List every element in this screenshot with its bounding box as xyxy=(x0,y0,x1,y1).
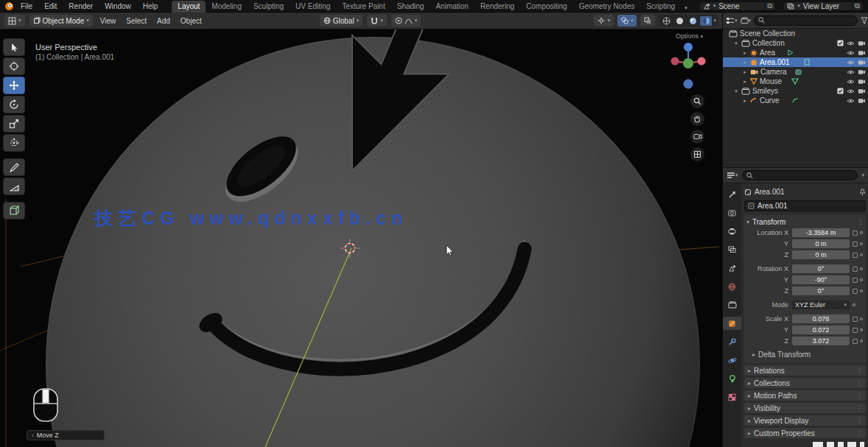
section-motion-paths[interactable]: ▸Motion Paths⋮ xyxy=(744,390,866,401)
mode-selector[interactable]: Object Mode ▾ xyxy=(29,15,93,27)
zoom-button[interactable] xyxy=(690,94,704,108)
menu-help[interactable]: Help xyxy=(138,1,164,11)
scene-selector[interactable]: ▾ Scene ⧉ xyxy=(699,1,777,11)
tab-output[interactable] xyxy=(723,225,741,238)
menu-add[interactable]: Add xyxy=(154,17,173,25)
properties-editor-type-button[interactable]: ▾ xyxy=(727,172,738,179)
perspective-toggle-button[interactable] xyxy=(690,147,704,161)
eye-icon[interactable] xyxy=(847,69,855,75)
show-gizmo-toggle[interactable]: ▾ xyxy=(594,15,614,27)
tab-collection[interactable] xyxy=(723,298,741,312)
transform-orientation-selector[interactable]: Global ▾ xyxy=(320,15,363,27)
decorator-icon[interactable] xyxy=(853,328,858,333)
proportional-editing-toggle[interactable]: ▾ xyxy=(391,15,421,27)
outliner-row-smileys[interactable]: ▾ Smileys xyxy=(723,86,868,96)
scale-z-input[interactable]: 3.072 xyxy=(792,337,850,345)
properties-search[interactable] xyxy=(742,170,858,180)
xray-toggle[interactable] xyxy=(640,15,655,27)
tool-add-cube[interactable] xyxy=(3,202,25,219)
shading-wireframe-button[interactable] xyxy=(660,16,672,26)
location-x-input[interactable]: -3.3584 m xyxy=(792,228,850,237)
snap-toggle[interactable]: ▾ xyxy=(367,15,387,27)
menu-file[interactable]: File xyxy=(15,1,38,11)
location-z-input[interactable]: 0 m xyxy=(792,250,850,259)
eye-icon[interactable] xyxy=(847,60,855,66)
menu-edit[interactable]: Edit xyxy=(39,1,62,11)
tab-rendering[interactable]: Rendering xyxy=(475,1,520,13)
tab-render[interactable] xyxy=(723,206,741,219)
animate-icon[interactable] xyxy=(860,253,863,256)
tab-texture-paint[interactable]: Texture Paint xyxy=(336,1,391,13)
rotation-x-input[interactable]: 0° xyxy=(792,264,850,273)
render-camera-icon[interactable] xyxy=(858,97,866,104)
tab-texture[interactable] xyxy=(723,390,741,404)
eye-icon[interactable] xyxy=(847,79,855,85)
tab-physics[interactable] xyxy=(723,353,741,367)
tab-modifiers[interactable] xyxy=(723,335,741,348)
outliner-row-camera[interactable]: ▸ Camera xyxy=(723,67,868,77)
eye-icon[interactable] xyxy=(847,88,855,94)
decorator-icon[interactable] xyxy=(853,267,858,272)
animate-icon[interactable] xyxy=(860,328,863,331)
properties-options-dropdown[interactable]: ▾ xyxy=(861,172,864,178)
tool-transform[interactable] xyxy=(3,134,25,152)
camera-view-button[interactable] xyxy=(690,130,704,144)
decorator-icon[interactable] xyxy=(853,278,858,283)
tab-uv-editing[interactable]: UV Editing xyxy=(290,1,336,13)
section-relations[interactable]: ▸Relations⋮ xyxy=(744,365,866,376)
viewport-3d[interactable]: User Perspective (1) Collection | Area.0… xyxy=(0,29,722,447)
outliner-display-mode-button[interactable]: ▾ xyxy=(741,17,752,24)
tool-move[interactable] xyxy=(3,77,25,94)
tab-object[interactable] xyxy=(723,317,741,330)
render-camera-icon[interactable] xyxy=(858,78,866,85)
tool-measure[interactable] xyxy=(3,177,25,195)
eye-icon[interactable] xyxy=(847,98,855,104)
tab-tool[interactable] xyxy=(723,188,741,201)
shading-rendered-button[interactable] xyxy=(700,16,712,26)
outliner-row-mouse[interactable]: ▸ Mouse xyxy=(723,77,868,86)
decorator-icon[interactable] xyxy=(853,253,858,258)
eye-icon[interactable] xyxy=(847,41,855,46)
show-overlays-toggle[interactable]: ▾ xyxy=(617,15,637,27)
add-workspace-button[interactable]: ▾ xyxy=(681,4,691,13)
shading-material-button[interactable] xyxy=(687,16,699,26)
outliner-search-input[interactable] xyxy=(767,17,853,24)
decorator-icon[interactable] xyxy=(853,289,858,294)
rotation-mode-dropdown[interactable]: XYZ Euler▾ xyxy=(792,300,850,309)
blender-logo-icon[interactable] xyxy=(4,1,14,11)
section-delta-transform[interactable]: ▸Delta Transform xyxy=(746,349,864,359)
section-visibility[interactable]: ▸Visibility⋮ xyxy=(744,403,866,413)
animate-icon[interactable] xyxy=(860,278,863,281)
tab-compositing[interactable]: Compositing xyxy=(520,1,573,13)
expand-icon[interactable] xyxy=(748,203,755,209)
tab-world[interactable] xyxy=(723,280,741,293)
rotation-y-input[interactable]: -90° xyxy=(792,275,850,284)
decorator-icon[interactable] xyxy=(853,242,858,247)
pin-icon[interactable] xyxy=(859,189,866,196)
shading-options-dropdown[interactable]: ▾ xyxy=(713,18,716,24)
section-custom-properties[interactable]: ▸Custom Properties⋮ xyxy=(744,428,866,438)
tab-animation[interactable]: Animation xyxy=(430,1,474,13)
outliner-row-collection[interactable]: ▾ Collection xyxy=(723,38,868,48)
tool-scale[interactable] xyxy=(3,115,25,133)
animate-icon[interactable] xyxy=(860,289,863,292)
location-y-input[interactable]: 0 m xyxy=(792,239,850,248)
render-camera-icon[interactable] xyxy=(858,59,866,66)
outliner-search[interactable] xyxy=(754,15,858,26)
outliner-row-scene-collection[interactable]: Scene Collection xyxy=(723,29,868,38)
shading-solid-button[interactable] xyxy=(673,16,685,26)
object-name-field[interactable]: Area.001 xyxy=(744,200,866,211)
rotation-z-input[interactable]: 0° xyxy=(792,286,850,295)
animate-icon[interactable] xyxy=(860,242,863,245)
menu-render[interactable]: Render xyxy=(63,1,98,11)
new-view-layer-button[interactable]: ⧉ xyxy=(852,1,860,10)
eye-icon[interactable] xyxy=(847,50,855,56)
animate-icon[interactable] xyxy=(860,317,863,320)
outliner-row-area[interactable]: ▸ Area xyxy=(723,48,868,57)
tab-scene[interactable] xyxy=(723,261,741,275)
scale-y-input[interactable]: 0.072 xyxy=(792,325,850,334)
tab-shading[interactable]: Shading xyxy=(391,1,430,13)
menu-window[interactable]: Window xyxy=(99,1,136,11)
render-camera-icon[interactable] xyxy=(858,40,866,46)
tab-geometry-nodes[interactable]: Geometry Nodes xyxy=(573,1,641,13)
